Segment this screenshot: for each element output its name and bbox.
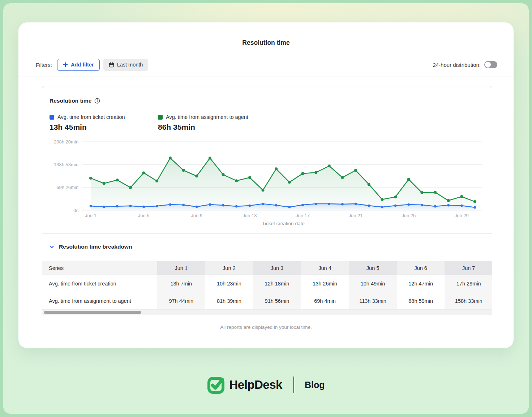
series-name-cell: Avg. time from ticket creation (42, 275, 157, 292)
filters-label: Filters: (36, 62, 52, 68)
data-point[interactable] (196, 206, 198, 208)
data-point[interactable] (235, 179, 238, 182)
legend-label: Avg. time from assignment to agent (166, 114, 248, 120)
data-point[interactable] (407, 203, 410, 206)
data-point[interactable] (368, 183, 370, 186)
data-point[interactable] (420, 191, 423, 194)
data-point[interactable] (169, 156, 172, 159)
data-point[interactable] (235, 205, 238, 208)
data-point[interactable] (328, 203, 330, 205)
data-point[interactable] (460, 205, 463, 207)
scrollbar-thumb[interactable] (44, 311, 141, 314)
data-point[interactable] (301, 172, 304, 175)
column-header-date: Jun 6 (397, 261, 445, 275)
data-point[interactable] (460, 195, 463, 198)
calendar-icon (109, 62, 114, 68)
value-cell: 12h 18min (253, 275, 301, 292)
x-axis-tick-label: Jun 5 (138, 213, 150, 218)
data-point[interactable] (222, 204, 224, 207)
data-point[interactable] (90, 205, 92, 207)
x-axis-tick-label: Jun 13 (243, 213, 257, 218)
data-point[interactable] (473, 200, 476, 203)
data-point[interactable] (103, 206, 105, 208)
distribution-toggle[interactable] (484, 61, 497, 68)
data-point[interactable] (288, 206, 291, 208)
data-point[interactable] (142, 206, 145, 208)
table-row: Avg. time from ticket creation13h 7min10… (42, 275, 492, 292)
data-point[interactable] (222, 173, 225, 176)
data-point[interactable] (368, 205, 370, 207)
data-point[interactable] (248, 205, 251, 207)
info-icon[interactable] (94, 98, 100, 104)
data-point[interactable] (116, 179, 119, 181)
data-point[interactable] (381, 198, 383, 201)
data-point[interactable] (434, 191, 437, 194)
value-cell: 88h 59min (397, 292, 445, 309)
report-card: Resolution time Filters: Add filter Last… (18, 22, 514, 348)
data-point[interactable] (447, 199, 450, 202)
data-point[interactable] (262, 189, 265, 192)
data-point[interactable] (156, 205, 158, 207)
data-point[interactable] (155, 180, 158, 182)
value-cell: 158h 33min (445, 292, 492, 309)
y-axis-tick-label: 138h 53min (54, 162, 78, 167)
data-point[interactable] (209, 203, 211, 206)
x-axis-tick-label: Jun 29 (455, 213, 469, 218)
data-point[interactable] (209, 156, 211, 159)
helpdesk-logo-icon (207, 376, 226, 394)
x-axis-tick-label: Jun 25 (402, 213, 416, 218)
data-point[interactable] (355, 203, 357, 205)
resolution-time-panel: Resolution time Avg. time from ticket cr… (42, 86, 492, 315)
data-point[interactable] (315, 203, 317, 205)
data-point[interactable] (129, 186, 132, 189)
resolution-time-chart[interactable]: 0s69h 26min138h 53min208h 20minJun 1Jun … (47, 137, 488, 232)
data-point[interactable] (275, 204, 278, 207)
local-time-note: All reports are displayed in your local … (18, 324, 514, 330)
data-point[interactable] (195, 175, 198, 177)
data-point[interactable] (421, 204, 423, 206)
column-header-date: Jun 5 (349, 261, 397, 275)
add-filter-button[interactable]: Add filter (57, 59, 100, 71)
legend-item-assignment-agent[interactable]: Avg. time from assignment to agent 86h 3… (158, 114, 248, 132)
table-header-row: SeriesJun 1Jun 2Jun 3Jun 4Jun 5Jun 6Jun … (42, 261, 492, 275)
legend-value: 86h 35min (158, 123, 248, 132)
breakdown-collapse-header[interactable]: Resolution time breakdown (50, 244, 132, 250)
page-title: Resolution time (18, 39, 514, 47)
chevron-down-icon (50, 245, 54, 249)
data-point[interactable] (407, 178, 410, 181)
data-point[interactable] (301, 204, 304, 206)
data-point[interactable] (474, 206, 476, 209)
data-point[interactable] (89, 177, 92, 180)
data-point[interactable] (288, 181, 291, 184)
data-point[interactable] (447, 204, 450, 207)
data-point[interactable] (262, 203, 264, 205)
data-point[interactable] (354, 169, 357, 172)
legend-item-ticket-creation[interactable]: Avg. time from ticket creation 13h 45min (50, 114, 125, 132)
data-point[interactable] (169, 203, 172, 206)
date-range-button[interactable]: Last month (103, 59, 149, 71)
data-point[interactable] (434, 205, 437, 208)
table-horizontal-scrollbar[interactable] (42, 310, 492, 315)
toggle-knob (485, 62, 491, 68)
data-point[interactable] (103, 182, 106, 185)
column-header-series: Series (42, 261, 157, 275)
filters-bar: Filters: Add filter Last month 24-hour d… (18, 53, 514, 77)
data-point[interactable] (248, 176, 251, 179)
data-point[interactable] (116, 205, 119, 207)
data-point[interactable] (129, 205, 132, 207)
data-point[interactable] (182, 169, 185, 172)
data-point[interactable] (381, 206, 383, 208)
legend-value: 13h 45min (50, 123, 125, 132)
data-point[interactable] (275, 167, 278, 170)
data-point[interactable] (328, 164, 331, 167)
data-point[interactable] (394, 205, 397, 207)
column-header-date: Jun 7 (445, 261, 492, 275)
data-point[interactable] (182, 204, 185, 206)
data-point[interactable] (314, 171, 317, 174)
distribution-toggle-label: 24-hour distribution: (433, 62, 481, 68)
data-point[interactable] (142, 171, 145, 174)
value-cell: 10h 23min (205, 275, 253, 292)
data-point[interactable] (341, 176, 344, 179)
data-point[interactable] (341, 203, 344, 206)
data-point[interactable] (394, 195, 397, 198)
